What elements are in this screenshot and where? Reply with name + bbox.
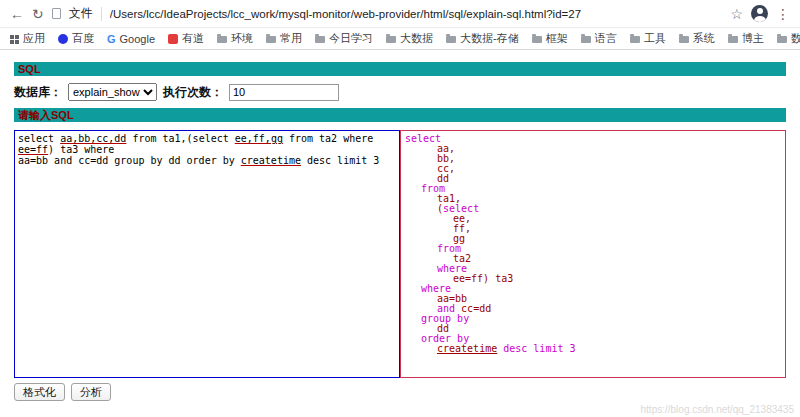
exec-count-input[interactable] xyxy=(229,84,339,101)
bookmark-star-icon[interactable]: ☆ xyxy=(730,7,743,21)
folder-favicon-icon xyxy=(217,36,227,43)
bookmark-label: 常用 xyxy=(280,31,302,46)
bookmark-label: 大数据-存储 xyxy=(460,31,519,46)
bookmark-label: 框架 xyxy=(546,31,568,46)
bookmark-label: 环境 xyxy=(231,31,253,46)
folder-favicon-icon xyxy=(630,36,640,43)
folder-favicon-icon xyxy=(679,36,689,43)
bookmark-item[interactable]: 大数据 xyxy=(386,31,433,46)
address-bar[interactable]: /Users/lcc/IdeaProjects/lcc_work/mysql-m… xyxy=(110,8,723,20)
formatted-sql-line: aa, xyxy=(405,144,781,154)
browser-toolbar: ← ↻ 文件 /Users/lcc/IdeaProjects/lcc_work/… xyxy=(0,0,800,28)
bookmark-label: 数据库 xyxy=(791,31,800,46)
bookmark-item[interactable]: 框架 xyxy=(532,31,568,46)
bookmark-item[interactable]: GGoogle xyxy=(107,33,155,45)
query-form: 数据库： explain_show 执行次数： xyxy=(14,83,786,101)
folder-favicon-icon xyxy=(728,36,738,43)
sql-input-line: select aa,bb,cc,dd from ta1,(select ee,f… xyxy=(18,133,396,155)
formatted-sql-line: select xyxy=(405,134,781,144)
watermark: https://blog.csdn.net/qq_21383435 xyxy=(641,404,794,415)
folder-favicon-icon xyxy=(532,36,542,43)
bookmark-label: 博主 xyxy=(742,31,764,46)
sql-panels: select aa,bb,cc,dd from ta1,(select ee,f… xyxy=(14,130,786,378)
bookmark-item[interactable]: 常用 xyxy=(266,31,302,46)
format-button[interactable]: 格式化 xyxy=(14,383,65,401)
database-label: 数据库： xyxy=(14,84,62,101)
sql-section-header: SQL xyxy=(14,62,786,76)
browser-chrome: ← ↻ 文件 /Users/lcc/IdeaProjects/lcc_work/… xyxy=(0,0,800,50)
youdao-favicon-icon xyxy=(168,34,178,44)
bookmark-item[interactable]: 语言 xyxy=(581,31,617,46)
formatted-sql-line: dd xyxy=(405,174,781,184)
folder-favicon-icon xyxy=(777,36,787,43)
bookmark-label: 有道 xyxy=(182,31,204,46)
folder-favicon-icon xyxy=(446,36,456,43)
exec-count-label: 执行次数： xyxy=(163,84,223,101)
bookmark-item[interactable]: 博主 xyxy=(728,31,764,46)
back-icon[interactable]: ← xyxy=(10,7,24,21)
formatted-sql-panel: selectaa,bb,cc,ddfromta1,(selectee,ff,gg… xyxy=(400,130,786,378)
formatted-sql-line: bb, xyxy=(405,154,781,164)
action-buttons: 格式化 分析 xyxy=(14,383,786,401)
folder-favicon-icon xyxy=(386,36,396,43)
analyze-button[interactable]: 分析 xyxy=(71,383,111,401)
toolbar-separator xyxy=(101,7,102,21)
profile-avatar[interactable] xyxy=(751,5,768,22)
formatted-sql-line: gg xyxy=(405,234,781,244)
bookmark-label: 工具 xyxy=(644,31,666,46)
grid-favicon-icon xyxy=(10,35,14,39)
bookmark-label: 今日学习 xyxy=(329,31,373,46)
menu-dots-icon[interactable]: ⋮ xyxy=(776,7,790,21)
google-favicon-icon: G xyxy=(107,34,116,44)
bookmark-item[interactable]: 大数据-存储 xyxy=(446,31,519,46)
bookmarks-bar: 应用百度GGoogle有道环境常用今日学习大数据大数据-存储框架语言工具系统博主… xyxy=(0,28,800,50)
bookmark-item[interactable]: 有道 xyxy=(168,31,204,46)
bookmark-item[interactable]: 数据库 xyxy=(777,31,800,46)
bookmark-label: 语言 xyxy=(595,31,617,46)
bookmark-label: 系统 xyxy=(693,31,715,46)
folder-favicon-icon xyxy=(266,36,276,43)
sql-input-textarea[interactable]: select aa,bb,cc,dd from ta1,(select ee,f… xyxy=(14,130,400,378)
reload-icon[interactable]: ↻ xyxy=(32,7,44,21)
bookmark-item[interactable]: 百度 xyxy=(58,31,94,46)
bookmark-item[interactable]: 系统 xyxy=(679,31,715,46)
bookmark-item[interactable]: 工具 xyxy=(630,31,666,46)
bookmark-label: 应用 xyxy=(23,31,45,46)
page-content: SQL 数据库： explain_show 执行次数： 请输入SQL selec… xyxy=(0,50,800,401)
formatted-sql-line: group by xyxy=(405,314,781,324)
bookmark-item[interactable]: 今日学习 xyxy=(315,31,373,46)
bookmark-label: 百度 xyxy=(72,31,94,46)
bookmark-item[interactable]: 应用 xyxy=(10,31,45,46)
formatted-sql-line: ee=ff) ta3 xyxy=(405,274,781,284)
formatted-sql-line: createtime desc limit 3 xyxy=(405,344,781,354)
sql-input-line: aa=bb and cc=dd group by dd order by cre… xyxy=(18,155,396,166)
folder-favicon-icon xyxy=(581,36,591,43)
bookmark-label: Google xyxy=(120,33,155,45)
baidu-favicon-icon xyxy=(58,34,68,44)
input-sql-header: 请输入SQL xyxy=(14,108,786,122)
bookmark-item[interactable]: 环境 xyxy=(217,31,253,46)
folder-favicon-icon xyxy=(315,36,325,43)
bookmarks-list: 应用百度GGoogle有道环境常用今日学习大数据大数据-存储框架语言工具系统博主… xyxy=(10,31,800,46)
bookmark-label: 大数据 xyxy=(400,31,433,46)
database-select[interactable]: explain_show xyxy=(68,83,157,101)
file-document-icon xyxy=(52,8,61,19)
formatted-sql-line: from xyxy=(405,184,781,194)
file-scheme-label: 文件 xyxy=(69,5,93,22)
formatted-sql-line: cc, xyxy=(405,164,781,174)
